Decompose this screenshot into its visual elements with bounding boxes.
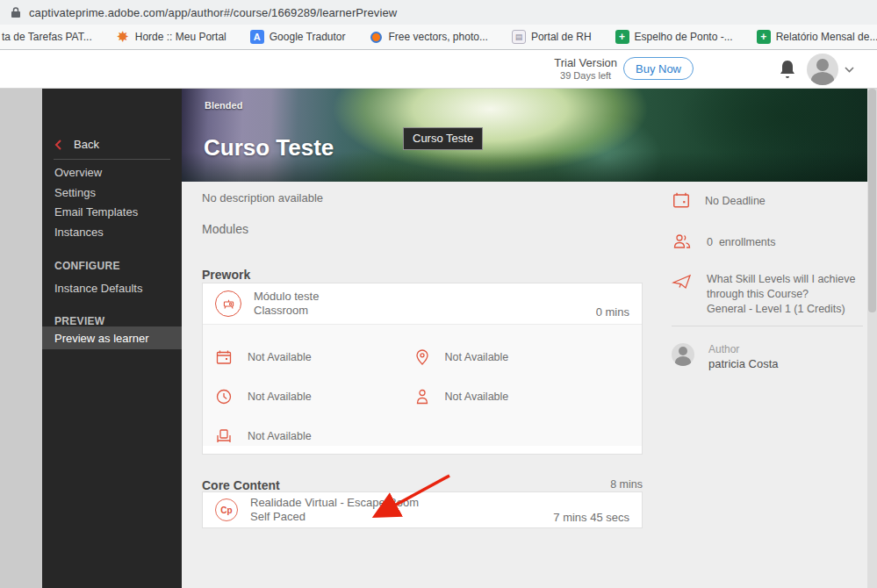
user-menu[interactable]: [807, 54, 854, 85]
detail-instructor: Not Available: [414, 387, 629, 406]
rail-divider: [672, 326, 863, 326]
prework-heading: Prework: [202, 268, 250, 282]
module-duration: 0 mins: [596, 305, 629, 324]
sidebar-item-overview[interactable]: Overview: [54, 166, 102, 179]
chevron-down-icon[interactable]: [845, 67, 854, 73]
course-title-tooltip: Curso Teste: [403, 127, 483, 150]
captivate-cp-icon: Cp: [215, 498, 238, 521]
deadline-row: No Deadline: [672, 190, 766, 210]
author-avatar: [672, 343, 694, 366]
detail-seats: Not Available: [215, 427, 414, 446]
notifications-bell-icon[interactable]: [778, 59, 797, 80]
bookmark-portal-rh[interactable]: ▤ Portal de RH: [512, 30, 592, 44]
bookmark-relatorio-mensal[interactable]: + Relatório Mensal de...: [757, 30, 877, 44]
author-label: Author: [708, 343, 778, 356]
paper-plane-icon: [672, 272, 693, 291]
modules-heading: Modules: [202, 222, 248, 236]
skill-line-3: General - Level 1 (1 Credits): [707, 302, 856, 317]
enrollments-label: enrollments: [719, 236, 776, 248]
detail-time: Not Available: [215, 387, 414, 406]
course-banner-image: Blended Curso Teste Curso Teste: [182, 89, 867, 182]
sidebar-section-preview: PREVIEW: [54, 315, 104, 327]
back-label: Back: [74, 138, 99, 151]
course-type-badge: Blended: [205, 100, 242, 111]
core-module-card[interactable]: Cp Realidade Virtual - Escape Room Self …: [202, 491, 643, 528]
calendar-icon: [672, 190, 691, 210]
url-text[interactable]: captivateprime.adobe.com/app/author#/cou…: [29, 6, 397, 19]
module-details: Not Available Not Available Not Availabl…: [203, 325, 642, 446]
module-type: Self Paced: [250, 510, 419, 524]
buy-now-button[interactable]: Buy Now: [623, 57, 694, 80]
author-name: patricia Costa: [708, 356, 778, 371]
bookmark-horde[interactable]: ✸ Horde :: Meu Portal: [116, 30, 226, 44]
excel-favicon: +: [615, 30, 629, 44]
course-content-area: No description available Modules Prework…: [182, 182, 867, 588]
module-type: Classroom: [254, 304, 319, 318]
bookmark-tarefas[interactable]: ta de Tarefas PAT...: [2, 31, 92, 43]
detail-location: Not Available: [414, 348, 629, 367]
enrollments-people-icon: [672, 232, 693, 251]
translate-favicon: A: [250, 30, 264, 44]
page-scrollbar[interactable]: [867, 89, 877, 588]
person-icon: [414, 388, 430, 405]
skill-line-1: What Skill Levels will I achieve: [707, 272, 856, 287]
trial-version-label: Trial Version: [554, 56, 617, 69]
horde-favicon: ✸: [116, 30, 130, 44]
bookmark-google-tradutor[interactable]: A Google Tradutor: [250, 30, 346, 44]
bookmarks-bar: ta de Tarefas PAT... ✸ Horde :: Meu Port…: [0, 25, 877, 50]
sidebar-item-email-templates[interactable]: Email Templates: [54, 205, 138, 219]
course-title: Curso Teste: [204, 134, 334, 161]
sidebar-item-settings[interactable]: Settings: [54, 186, 96, 199]
clock-icon: [215, 388, 233, 405]
avatar[interactable]: [807, 54, 838, 85]
course-description: No description available: [202, 191, 323, 204]
detail-date: Not Available: [215, 348, 414, 367]
sidebar-item-instances[interactable]: Instances: [54, 226, 104, 239]
back-button[interactable]: Back: [54, 138, 99, 151]
sidebar-section-configure: CONFIGURE: [54, 260, 120, 272]
chevron-left-icon: [54, 140, 61, 150]
module-name: Módulo teste: [254, 290, 319, 304]
prework-module-card: Módulo teste Classroom 0 mins Not Availa…: [202, 283, 643, 455]
skill-line-2: through this Course?: [707, 287, 856, 302]
enrollments-row: 0 enrollments: [672, 232, 776, 251]
seat-icon: [215, 427, 233, 445]
core-content-heading: Core Content: [202, 478, 280, 492]
skill-levels-row: What Skill Levels will I achieve through…: [672, 272, 856, 317]
enrollments-count: 0: [707, 236, 713, 248]
core-total-duration: 8 mins: [610, 478, 643, 492]
core-content-header: Core Content 8 mins: [202, 478, 643, 492]
freepik-favicon: [370, 30, 384, 44]
bookmark-espelho-ponto[interactable]: + Espelho de Ponto -...: [615, 30, 733, 44]
lock-icon[interactable]: [11, 6, 21, 18]
sidebar-item-preview-as-learner[interactable]: Preview as learner: [42, 326, 182, 349]
trial-days-left: 39 Days left: [554, 70, 617, 81]
app-header: Trial Version 39 Days left Buy Now: [0, 50, 877, 89]
trial-version-info: Trial Version 39 Days left: [554, 56, 617, 81]
excel-favicon: +: [757, 30, 771, 44]
module-row[interactable]: Módulo teste Classroom 0 mins: [203, 283, 642, 325]
sidebar-item-instance-defaults[interactable]: Instance Defaults: [54, 282, 142, 295]
scrollbar-thumb[interactable]: [868, 89, 876, 312]
author-row: Author patricia Costa: [672, 343, 778, 371]
module-duration: 7 mins 45 secs: [553, 511, 629, 527]
calendar-icon: [215, 348, 233, 366]
portal-favicon: ▤: [512, 30, 526, 44]
sidebar-divider: [54, 159, 170, 160]
bookmark-freepik[interactable]: Free vectors, photo...: [370, 30, 488, 44]
module-name: Realidade Virtual - Escape Room: [250, 496, 419, 510]
classroom-module-icon: [215, 290, 241, 317]
location-pin-icon: [414, 348, 430, 366]
page-left-gutter: [0, 89, 42, 588]
deadline-label: No Deadline: [705, 194, 766, 210]
course-sidebar: Back Overview Settings Email Templates I…: [42, 89, 182, 588]
browser-address-bar[interactable]: captivateprime.adobe.com/app/author#/cou…: [0, 0, 877, 25]
